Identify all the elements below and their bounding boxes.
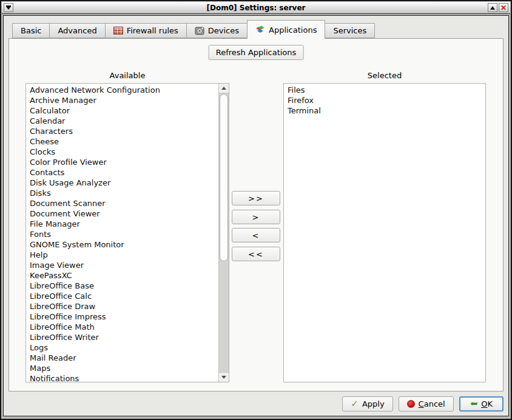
list-item[interactable]: Contacts: [30, 167, 218, 178]
list-item[interactable]: Mail Reader: [30, 353, 218, 363]
settings-window: [Dom0] Settings: server ✕ Basic Advanced…: [0, 0, 512, 420]
apply-button-label: Apply: [362, 399, 385, 408]
list-item[interactable]: Logs: [30, 342, 218, 353]
scrollbar-thumb[interactable]: [220, 94, 228, 261]
applications-icon: [255, 25, 265, 35]
list-item[interactable]: Clocks: [30, 147, 218, 157]
tab-bar: Basic Advanced Firewall rules Dev: [12, 20, 374, 39]
devices-icon: [195, 26, 204, 36]
scroll-down-button[interactable]: [219, 372, 229, 382]
tab-services-label: Services: [333, 26, 366, 35]
list-item[interactable]: Cheese: [30, 136, 218, 147]
available-list-label: Available: [25, 71, 229, 80]
dialog-button-row: ✓ Apply Cancel ➥ OK: [8, 392, 504, 416]
list-item[interactable]: Color Profile Viewer: [30, 157, 218, 167]
window-menu-button[interactable]: [4, 3, 13, 12]
scroll-up-icon: [221, 87, 226, 90]
selected-applications-items: FilesFirefoxTerminal: [284, 84, 485, 382]
shade-icon: [490, 6, 495, 10]
ok-button[interactable]: ➥ OK: [459, 396, 504, 412]
list-item[interactable]: Document Viewer: [30, 208, 218, 219]
tab-applications[interactable]: Applications: [247, 20, 325, 39]
list-item[interactable]: Advanced Network Configuration: [30, 85, 218, 95]
list-item[interactable]: Terminal: [288, 105, 485, 116]
list-item[interactable]: Document Scanner: [30, 198, 218, 208]
stop-icon: [407, 400, 415, 408]
tab-advanced[interactable]: Advanced: [49, 23, 105, 38]
window-title: [Dom0] Settings: server: [26, 3, 486, 13]
list-item[interactable]: File Manager: [30, 219, 218, 229]
applications-tab-panel: Refresh Applications Available Selected …: [8, 38, 504, 392]
scroll-down-icon: [221, 376, 226, 379]
available-applications-list[interactable]: Advanced Network ConfigurationArchive Ma…: [25, 83, 229, 382]
tab-devices-label: Devices: [208, 26, 239, 35]
tab-applications-label: Applications: [269, 25, 317, 35]
shade-button[interactable]: [488, 3, 497, 12]
close-button[interactable]: ✕: [499, 3, 508, 12]
ok-arrow-icon: ➥: [470, 399, 478, 408]
check-icon: ✓: [351, 399, 359, 408]
cancel-button[interactable]: Cancel: [399, 396, 454, 412]
tab-advanced-label: Advanced: [58, 26, 96, 35]
list-item[interactable]: Characters: [30, 126, 218, 136]
cancel-button-label: Cancel: [419, 399, 445, 408]
titlebar[interactable]: [Dom0] Settings: server ✕: [2, 2, 510, 14]
list-item[interactable]: LibreOffice Draw: [30, 301, 218, 312]
ok-button-label: OK: [481, 399, 493, 408]
tab-basic[interactable]: Basic: [12, 23, 50, 38]
list-item[interactable]: Calculator: [30, 105, 218, 116]
available-applications-items: Advanced Network ConfigurationArchive Ma…: [26, 84, 218, 382]
list-item[interactable]: KeePassXC: [30, 270, 218, 281]
move-all-left-button[interactable]: <<: [232, 247, 280, 261]
list-item[interactable]: LibreOffice Impress: [30, 312, 218, 322]
dialog-client-area: Basic Advanced Firewall rules Dev: [3, 15, 509, 416]
list-item[interactable]: Archive Manager: [30, 95, 218, 105]
list-item[interactable]: Image Viewer: [30, 260, 218, 270]
selected-applications-list[interactable]: FilesFirefoxTerminal: [283, 83, 486, 382]
move-all-right-button[interactable]: >>: [232, 191, 280, 205]
selected-list-label: Selected: [283, 71, 486, 80]
refresh-applications-button[interactable]: Refresh Applications: [209, 45, 304, 60]
list-item[interactable]: Disks: [30, 188, 218, 198]
firewall-icon: [113, 27, 123, 35]
tab-services[interactable]: Services: [325, 23, 375, 38]
move-left-button[interactable]: <: [232, 228, 280, 242]
scroll-up-button[interactable]: [219, 84, 229, 93]
move-right-button[interactable]: >: [232, 210, 280, 224]
list-item[interactable]: LibreOffice Base: [30, 281, 218, 291]
tab-firewall-rules-label: Firewall rules: [127, 26, 178, 35]
list-item[interactable]: Files: [288, 85, 485, 95]
list-item[interactable]: LibreOffice Calc: [30, 291, 218, 301]
apply-button[interactable]: ✓ Apply: [342, 396, 392, 412]
window-menu-arrow-icon: [6, 7, 11, 10]
list-item[interactable]: Maps: [30, 363, 218, 373]
tab-firewall-rules[interactable]: Firewall rules: [105, 23, 187, 38]
list-item[interactable]: Calendar: [30, 116, 218, 126]
list-item[interactable]: GNOME System Monitor: [30, 239, 218, 250]
list-item[interactable]: Help: [30, 250, 218, 260]
tab-basic-label: Basic: [21, 26, 41, 35]
tab-devices[interactable]: Devices: [186, 23, 248, 38]
list-item[interactable]: Disk Usage Analyzer: [30, 178, 218, 188]
close-icon: ✕: [500, 4, 507, 12]
list-item[interactable]: Fonts: [30, 229, 218, 239]
list-item[interactable]: Notifications: [30, 373, 218, 382]
available-list-scrollbar[interactable]: [218, 84, 229, 382]
list-item[interactable]: LibreOffice Writer: [30, 332, 218, 342]
list-item[interactable]: LibreOffice Math: [30, 322, 218, 332]
list-item[interactable]: Firefox: [288, 95, 485, 105]
